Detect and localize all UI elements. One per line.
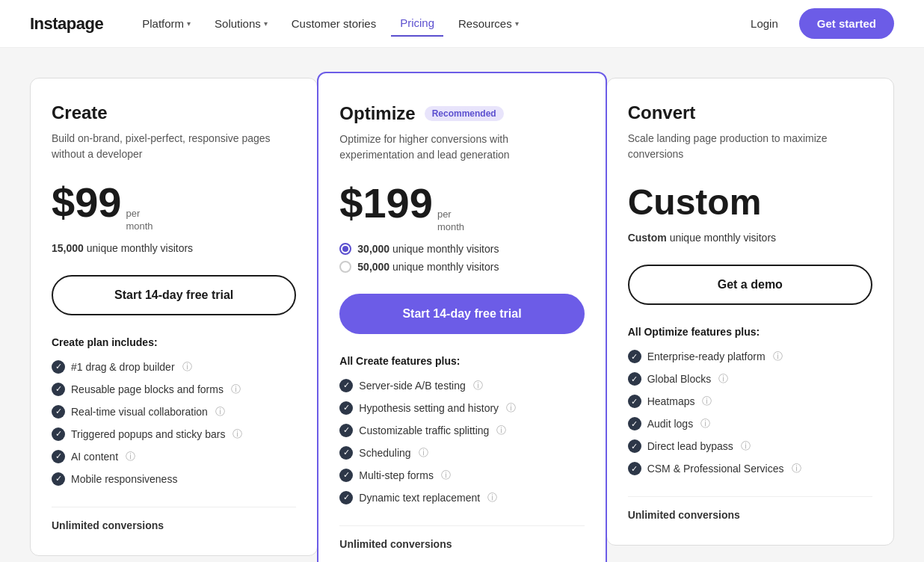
optimize-price-per: permonth: [437, 209, 464, 234]
check-icon: ✓: [339, 491, 353, 504]
check-icon: ✓: [628, 372, 641, 386]
pricing-cards: Create Build on-brand, pixel-perfect, re…: [30, 78, 894, 562]
create-unlimited: Unlimited conversions: [52, 507, 296, 531]
radio-unselected-icon: [339, 261, 351, 273]
check-icon: ✓: [339, 469, 353, 482]
optimize-plan-title: Optimize Recommended: [339, 103, 584, 124]
check-icon: ✓: [339, 424, 353, 437]
radio-30k[interactable]: 30,000 unique monthly visitors: [339, 243, 584, 255]
navbar: Instapage Platform ▾ Solutions ▾ Custome…: [0, 0, 924, 48]
create-plan-card: Create Build on-brand, pixel-perfect, re…: [30, 78, 318, 556]
nav-resources[interactable]: Resources ▾: [449, 11, 528, 36]
list-item: ✓ AI content ⓘ: [52, 450, 296, 463]
list-item: ✓ Hypothesis setting and history ⓘ: [339, 401, 584, 415]
radio-50k[interactable]: 50,000 unique monthly visitors: [339, 261, 584, 273]
create-plan-desc: Build on-brand, pixel-perfect, responsiv…: [52, 131, 296, 164]
login-button[interactable]: Login: [742, 11, 787, 36]
optimize-unlimited: Unlimited conversions: [339, 525, 584, 550]
info-icon[interactable]: ⓘ: [792, 462, 801, 475]
create-features-title: Create plan includes:: [52, 336, 296, 348]
create-plan-title: Create: [52, 102, 296, 123]
check-icon: ✓: [628, 350, 641, 363]
convert-plan-desc: Scale landing page production to maximiz…: [628, 131, 872, 164]
chevron-down-icon: ▾: [264, 19, 268, 28]
info-icon[interactable]: ⓘ: [215, 405, 225, 419]
nav-logo[interactable]: Instapage: [30, 14, 103, 34]
list-item: ✓ Enterprise-ready platform ⓘ: [628, 350, 872, 363]
info-icon[interactable]: ⓘ: [506, 401, 516, 415]
list-item: ✓ Reusable page blocks and forms ⓘ: [52, 383, 296, 396]
optimize-plan-card: Optimize Recommended Optimize for higher…: [317, 72, 606, 562]
convert-visitors-line: Custom unique monthly visitors: [628, 232, 872, 244]
convert-price: Custom: [628, 182, 762, 223]
get-started-button[interactable]: Get started: [799, 8, 894, 39]
check-icon: ✓: [52, 472, 65, 486]
optimize-radio-group: 30,000 unique monthly visitors 50,000 un…: [339, 243, 584, 273]
convert-visitors: Custom unique monthly visitors: [628, 232, 872, 244]
list-item: ✓ Mobile responsiveness: [52, 472, 296, 486]
optimize-plan-desc: Optimize for higher conversions with exp…: [339, 132, 584, 164]
check-icon: ✓: [52, 360, 65, 374]
info-icon[interactable]: ⓘ: [700, 417, 710, 430]
list-item: ✓ Scheduling ⓘ: [339, 446, 584, 460]
list-item: ✓ Server-side A/B testing ⓘ: [339, 379, 584, 392]
check-icon: ✓: [628, 439, 641, 453]
pricing-section: Create Build on-brand, pixel-perfect, re…: [0, 48, 924, 562]
optimize-price: $199: [339, 182, 433, 224]
info-icon[interactable]: ⓘ: [496, 424, 506, 437]
nav-actions: Login Get started: [742, 8, 894, 39]
check-icon: ✓: [52, 450, 65, 463]
info-icon[interactable]: ⓘ: [441, 469, 451, 482]
optimize-visitors: 30,000 unique monthly visitors 50,000 un…: [339, 243, 584, 273]
check-icon: ✓: [339, 401, 353, 415]
create-price: $99: [52, 182, 121, 223]
check-icon: ✓: [628, 462, 641, 475]
nav-customer-stories[interactable]: Customer stories: [283, 11, 385, 36]
nav-links: Platform ▾ Solutions ▾ Customer stories …: [133, 10, 742, 37]
info-icon[interactable]: ⓘ: [419, 446, 428, 460]
check-icon: ✓: [628, 417, 641, 430]
list-item: ✓ Dynamic text replacement ⓘ: [339, 491, 584, 504]
create-price-per: permonth: [126, 208, 153, 233]
chevron-down-icon: ▾: [187, 19, 191, 28]
check-icon: ✓: [339, 379, 353, 392]
info-icon[interactable]: ⓘ: [718, 372, 728, 386]
optimize-feature-list: ✓ Server-side A/B testing ⓘ ✓ Hypothesis…: [339, 379, 584, 504]
check-icon: ✓: [628, 395, 641, 408]
create-visitors-line: 15,000 unique monthly visitors: [52, 242, 296, 254]
info-icon[interactable]: ⓘ: [231, 383, 241, 396]
info-icon[interactable]: ⓘ: [232, 427, 242, 441]
list-item: ✓ #1 drag & drop builder ⓘ: [52, 360, 296, 374]
list-item: ✓ Global Blocks ⓘ: [628, 372, 872, 386]
nav-platform[interactable]: Platform ▾: [133, 11, 200, 36]
convert-cta-button[interactable]: Get a demo: [628, 265, 872, 305]
convert-plan-title: Convert: [628, 102, 872, 123]
create-cta-button[interactable]: Start 14-day free trial: [52, 275, 296, 315]
info-icon[interactable]: ⓘ: [126, 450, 135, 463]
info-icon[interactable]: ⓘ: [702, 395, 712, 408]
convert-feature-list: ✓ Enterprise-ready platform ⓘ ✓ Global B…: [628, 350, 872, 475]
list-item: ✓ Customizable traffic splitting ⓘ: [339, 424, 584, 437]
info-icon[interactable]: ⓘ: [741, 439, 751, 453]
nav-solutions[interactable]: Solutions ▾: [206, 11, 277, 36]
list-item: ✓ Triggered popups and sticky bars ⓘ: [52, 427, 296, 441]
info-icon[interactable]: ⓘ: [473, 379, 483, 392]
convert-unlimited: Unlimited conversions: [628, 496, 872, 521]
create-feature-list: ✓ #1 drag & drop builder ⓘ ✓ Reusable pa…: [52, 360, 296, 486]
nav-pricing[interactable]: Pricing: [391, 10, 443, 37]
list-item: ✓ CSM & Professional Services ⓘ: [628, 462, 872, 475]
info-icon[interactable]: ⓘ: [773, 350, 783, 363]
check-icon: ✓: [52, 383, 65, 396]
check-icon: ✓: [339, 446, 353, 460]
optimize-features-title: All Create features plus:: [339, 355, 584, 367]
info-icon[interactable]: ⓘ: [487, 491, 497, 504]
convert-price-row: Custom: [628, 182, 872, 223]
check-icon: ✓: [52, 405, 65, 419]
list-item: ✓ Multi-step forms ⓘ: [339, 469, 584, 482]
chevron-down-icon: ▾: [515, 19, 519, 28]
list-item: ✓ Real-time visual collaboration ⓘ: [52, 405, 296, 419]
info-icon[interactable]: ⓘ: [182, 360, 192, 374]
optimize-cta-button[interactable]: Start 14-day free trial: [339, 294, 584, 334]
convert-plan-card: Convert Scale landing page production to…: [606, 78, 894, 546]
list-item: ✓ Direct lead bypass ⓘ: [628, 439, 872, 453]
